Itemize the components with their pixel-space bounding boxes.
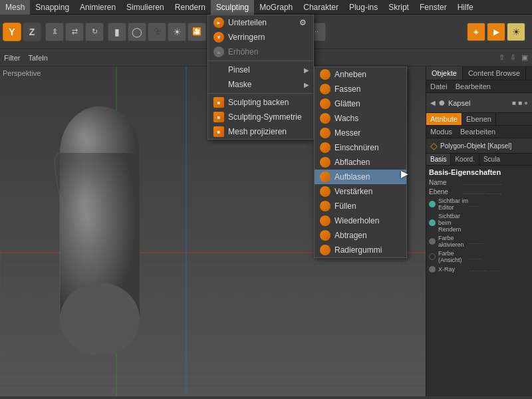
verstaerken-icon [320,186,331,197]
sculpt-mesh-proj[interactable]: ■ Mesh projizieren [208,124,313,139]
fullen-icon [320,201,331,211]
sculpt-backen[interactable]: ■ Sculpting backen [208,95,313,110]
lock-icon[interactable]: ● [524,99,528,106]
camera-btn[interactable]: 🎥 [148,23,166,41]
backen-icon: ■ [213,97,224,108]
sub-verstaerken[interactable]: Verstärken [315,184,406,199]
menu-skript[interactable]: Skript [383,0,414,15]
menu-simulieren[interactable]: Simulieren [121,0,170,15]
attr-menu: Modus Bearbeiten [426,126,532,138]
panel-bearbeiten[interactable]: Bearbeiten [452,80,495,92]
sphere-btn[interactable]: ◯ [128,23,146,41]
abtragen-icon [320,230,331,241]
panel-datei[interactable]: Datei [426,80,452,92]
tab-objekte[interactable]: Objekte [426,66,463,80]
symmetrie-icon: ■ [213,112,224,122]
unterteilen-icon: ► [213,17,224,28]
menu-mograph[interactable]: MoGraph [254,0,298,15]
gear-icon[interactable]: ⚙ [299,18,307,27]
sculpt-erhohen[interactable]: ▲ Erhöhen [208,45,313,59]
sub-abtragen[interactable]: Abtragen [315,228,406,243]
anheben-icon [320,69,331,80]
svg-rect-37 [60,153,140,319]
sub-tab-sculp[interactable]: Scula [479,154,504,165]
sub-anheben[interactable]: Anheben [315,67,406,82]
sculpt-unterteilen[interactable]: ► Unterteilen ⚙ [208,15,313,30]
object-name: Kapsel [448,99,471,107]
menu-snapping[interactable]: Snapping [30,0,74,15]
rotate-btn[interactable]: ↻ [85,23,104,41]
menu-charakter[interactable]: Charakter [298,0,344,15]
sub-wachs[interactable]: Wachs [315,111,406,126]
capsule-object [50,103,156,369]
mode-z-btn[interactable]: Z [23,23,41,41]
sculpt-symmetrie[interactable]: ■ Sculpting-Symmetrie [208,110,313,124]
mode-group: Y Z [3,23,41,41]
sculpt-pinsel[interactable]: Pinsel ▶ [208,63,313,77]
menu-rendern[interactable]: Rendern [170,0,211,15]
field-farbe-ansicht: Farbe (Ansicht) ....... [429,250,529,263]
light-icon[interactable]: ☀ [507,23,525,41]
basis-title: Basis-Eigenschaften [429,168,529,176]
panel-tabs: Objekte Content Browse [426,66,532,80]
menu-fenster[interactable]: Fenster [414,0,452,15]
glatten-icon [320,98,331,109]
xray-circle [429,266,436,273]
sub-aufblasen[interactable]: Aufblasen [315,170,406,184]
menu-animieren[interactable]: Animieren [74,0,121,15]
vis-editor-icon[interactable]: ■ [512,99,516,106]
light-btn[interactable]: ☀ [168,23,186,41]
pinsel-submenu: Anheben Fassen Glätten Wachs Messer Eins… [314,66,407,258]
meshproj-icon: ■ [213,126,224,137]
sub-abflachen[interactable]: Abflachen [315,155,406,170]
vis-render-icon[interactable]: ■ [518,99,522,106]
menu-sculpting[interactable]: Sculpting [211,0,254,15]
polygon-obj-icon: ◇ [430,140,438,151]
sub-glatten[interactable]: Glätten [315,96,406,111]
viewport-view-label: Perspektive [3,69,41,77]
field-farbe-aktivieren: Farbe aktivieren ........ [429,235,529,248]
aufblasen-icon [320,172,331,182]
attr-bearbeiten[interactable]: Bearbeiten [456,126,499,138]
sculpt-maske[interactable]: Maske ▶ [208,77,313,92]
field-vis-render: Sichtbar beim Rendern [429,213,529,233]
sub-tab-koord[interactable]: Koord. [451,154,479,165]
erhohen-icon: ▲ [213,47,224,57]
sub-einschnueren[interactable]: Einschnüren [315,140,406,155]
tafeln-label[interactable]: Tafeln [28,54,47,62]
sub-messer[interactable]: Messer [315,126,406,140]
menu-hilfe[interactable]: Hilfe [452,0,479,15]
divider2 [208,93,313,94]
menu-mesh[interactable]: Mesh [0,0,30,15]
divider1 [208,61,313,61]
abflachen-icon [320,157,331,168]
object-list-item[interactable]: ◀ ● Kapsel ■ ■ ● [426,93,532,113]
pinsel-arrow: ▶ [304,66,309,74]
move-btn[interactable]: ⇭ [45,23,64,41]
vis-render-circle [429,219,436,226]
menu-plugins[interactable]: Plug-ins [344,0,383,15]
sculpt-icon[interactable]: ◈ [467,23,485,41]
render-btn[interactable]: ▶ [487,23,505,41]
sculpt-verringern[interactable]: ▼ Verringern [208,30,313,45]
right-tools: ◈ ▶ ☀ [467,23,525,41]
fassen-icon [320,84,331,94]
field-ebene: Ebene ..................... [429,188,529,196]
attr-tab-ebenen[interactable]: Ebenen [462,113,496,125]
basis-section: Basis-Eigenschaften Name ...............… [426,166,532,277]
sub-fullen[interactable]: Füllen [315,199,406,213]
film-btn[interactable]: 🎦 [188,23,206,41]
scale-btn[interactable]: ⇄ [65,23,84,41]
sub-tab-basis[interactable]: Basis [426,154,451,165]
farbe-ansicht-circle [429,253,436,260]
attr-tab-attribute[interactable]: Attribute [426,113,462,125]
mode-y-btn[interactable]: Y [3,23,21,41]
filter-label[interactable]: Filter [4,54,20,62]
tab-content-browse[interactable]: Content Browse [463,66,526,80]
sub-radiergummi[interactable]: Radiergummi [315,243,406,257]
sub-fassen[interactable]: Fassen [315,82,406,96]
menu-bar: Mesh Snapping Animieren Simulieren Rende… [0,0,532,15]
attr-modus[interactable]: Modus [426,126,456,138]
cube-btn[interactable]: ▮ [108,23,126,41]
sub-wiederholen[interactable]: Wiederholen [315,213,406,228]
